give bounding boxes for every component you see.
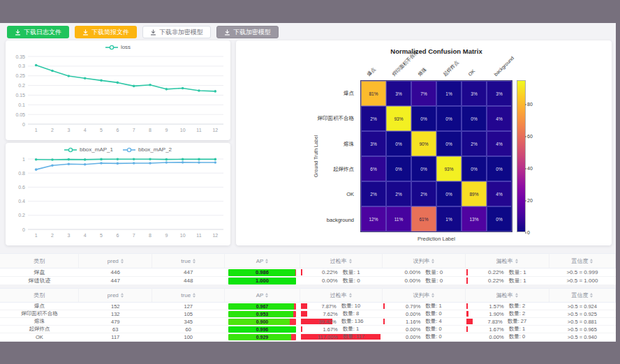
column-header-label: 漏检率	[496, 257, 513, 265]
table-header-row: 类别predtrueAP过检率误判率漏检率置信度	[0, 289, 616, 303]
rate-count: 数量: 1	[509, 268, 526, 276]
sort-caret-icon[interactable]	[265, 293, 268, 298]
download-report-button[interactable]: 下载简报文件	[75, 26, 137, 38]
table-header-row: 类别predtrueAP过检率误判率漏检率置信度	[0, 254, 616, 268]
column-header-label: 误判率	[413, 291, 429, 299]
sort-caret-icon[interactable]	[121, 293, 124, 298]
column-header-conf[interactable]: 置信度	[549, 254, 615, 268]
rate-bar: 0.00%数量: 0	[301, 277, 381, 285]
confusion-cell-OK-起焊炸点: 0%	[436, 181, 462, 206]
confusion-cell-焊印面积不合格-爆点: 2%	[361, 106, 386, 131]
download-icon	[150, 29, 156, 36]
table-row-焊印面积不合格: 焊印面积不合格1321050.9537.62%数量: 80.00%数量: 01.…	[0, 310, 616, 318]
column-header-conf[interactable]: 置信度	[549, 289, 615, 303]
column-header-label: 过检率	[330, 291, 347, 299]
pred-cell: 479	[79, 318, 152, 326]
true-cell: 127	[152, 303, 225, 310]
pred-cell: 132	[79, 310, 152, 318]
ap-cell: 1.000	[225, 277, 300, 285]
confusion-cell-background-熔珠: 61%	[411, 206, 436, 232]
sort-caret-icon[interactable]	[193, 259, 195, 264]
column-header-label: 类别	[34, 257, 45, 265]
sort-caret-icon[interactable]	[349, 259, 352, 264]
column-label-熔珠: 熔珠	[416, 66, 427, 77]
miss-cell: 1.57%数量: 2	[465, 303, 549, 310]
rate-count: 数量: 2	[509, 310, 525, 317]
column-header-label: 过检率	[330, 257, 347, 265]
column-header-true[interactable]: true	[152, 254, 225, 268]
column-header-mis[interactable]: 误判率	[382, 289, 465, 303]
confusion-cell-OK-熔珠: 2%	[411, 181, 436, 206]
sort-caret-icon[interactable]	[349, 293, 352, 298]
rate-count: 数量: 10	[341, 303, 361, 310]
ap-bar: 0.967	[228, 303, 297, 310]
sort-caret-icon[interactable]	[515, 259, 518, 264]
name-cell: 起焊炸点	[0, 326, 79, 333]
download-plain-model-button[interactable]: 下载非加密模型	[142, 26, 211, 38]
column-header-miss[interactable]: 漏检率	[465, 289, 549, 303]
column-header-pred[interactable]: pred	[79, 289, 152, 303]
column-header-over[interactable]: 过检率	[300, 289, 382, 303]
miss-cell: 0.22%数量: 1	[465, 268, 549, 277]
svg-text:12: 12	[212, 233, 218, 238]
column-header-mis[interactable]: 误判率	[382, 254, 465, 268]
sort-caret-icon[interactable]	[193, 293, 195, 298]
over-cell: 0.22%数量: 1	[300, 268, 382, 277]
true-cell: 345	[152, 318, 225, 326]
confusion-cell-熔珠-起焊炸点: 0%	[436, 131, 462, 156]
name-cell: 熔珠	[0, 318, 79, 326]
svg-text:0: 0	[22, 227, 25, 232]
sort-caret-icon[interactable]	[431, 293, 434, 298]
column-header-label: 漏检率	[496, 291, 513, 299]
column-header-pred[interactable]: pred	[79, 254, 152, 268]
legend-item-loss[interactable]: loss	[105, 44, 131, 50]
table-row-OK: OK1171000.929117.00%数量: 1170.00%数量: 00.0…	[0, 333, 616, 341]
over-cell: 7.87%数量: 10	[300, 303, 382, 310]
download-encrypted-model-button[interactable]: 下载加密模型	[216, 26, 279, 38]
download-icon	[224, 29, 230, 36]
column-header-ap[interactable]: AP	[225, 254, 300, 268]
confusion-cell-background-起焊炸点: 1%	[436, 206, 462, 232]
colorbar-tick: 80	[527, 102, 533, 107]
name-cell: OK	[0, 333, 79, 341]
svg-text:11: 11	[196, 233, 201, 238]
legend-marker	[64, 147, 77, 153]
column-header-miss[interactable]: 漏检率	[465, 254, 549, 268]
rate-bar: 0.00%数量: 0	[383, 268, 464, 276]
rate-bar: 0.00%数量: 0	[383, 333, 464, 340]
column-header-label: 误判率	[413, 257, 429, 265]
confusion-cell-熔珠-爆点: 3%	[361, 131, 386, 156]
rate-percent: 7.87%	[321, 303, 336, 310]
column-header-over[interactable]: 过检率	[300, 254, 382, 268]
conf-cell: >0.5 = 0.999	[549, 268, 615, 277]
download-log-button[interactable]: 下载日志文件	[7, 26, 69, 38]
rate-count: 数量: 1	[343, 268, 360, 276]
rate-count: 数量: 0	[425, 277, 443, 285]
app-window: 下载日志文件下载简报文件下载非加密模型下载加密模型 loss 00.050.10…	[0, 0, 620, 364]
ap-cell: 0.967	[225, 303, 300, 310]
rate-bar: 0.00%数量: 0	[466, 333, 547, 340]
legend-item-bbox_mAP_1[interactable]: bbox_mAP_1	[64, 146, 113, 153]
column-header-label: AP	[256, 258, 264, 264]
download-icon	[15, 29, 21, 36]
sort-caret-icon[interactable]	[590, 293, 593, 298]
mis-cell: 0.00%数量: 0	[382, 333, 465, 341]
legend-item-bbox_mAP_2[interactable]: bbox_mAP_2	[123, 146, 172, 153]
sort-caret-icon[interactable]	[265, 259, 268, 264]
conf-cell: >0.5 = 0.965	[549, 326, 615, 333]
rate-bar: 0.22%数量: 1	[466, 268, 547, 276]
svg-text:0.4: 0.4	[18, 199, 25, 204]
sort-caret-icon[interactable]	[590, 259, 593, 264]
sort-caret-icon[interactable]	[515, 293, 518, 298]
confusion-cell-爆点-OK: 3%	[462, 81, 487, 106]
column-header-true[interactable]: true	[152, 289, 225, 303]
rate-bar: 39.42%数量: 136	[301, 318, 381, 325]
svg-text:2: 2	[51, 128, 54, 132]
sort-caret-icon[interactable]	[431, 259, 434, 264]
column-header-ap[interactable]: AP	[225, 289, 300, 303]
rate-count: 数量: 1	[425, 303, 441, 310]
rate-bar: 0.22%数量: 1	[466, 277, 547, 285]
sort-caret-icon[interactable]	[121, 259, 124, 264]
svg-text:3: 3	[67, 233, 70, 238]
colorbar-tick: 0	[527, 230, 530, 235]
